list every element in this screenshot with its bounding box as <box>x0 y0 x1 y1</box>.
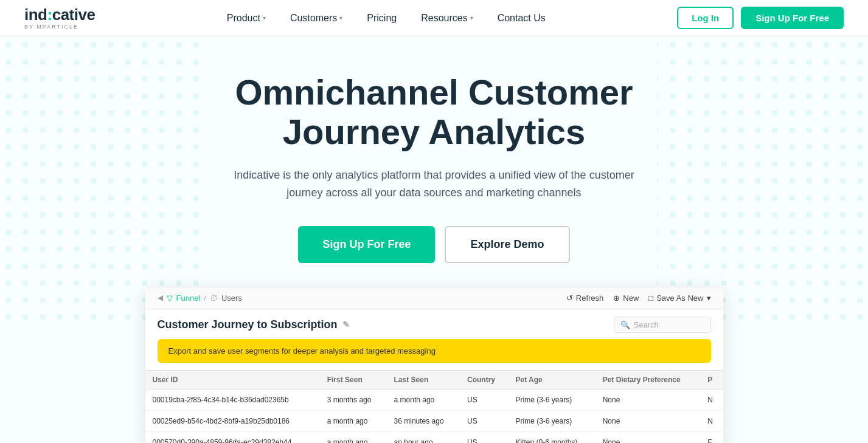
save-as-new-button[interactable]: □ Save As New ▾ <box>648 294 710 303</box>
logo-ind: ind <box>24 5 47 24</box>
save-icon: □ <box>648 294 653 303</box>
dashboard-title-row: Customer Journey to Subscription ✎ 🔍 Sea… <box>145 309 723 339</box>
nav-item-customers[interactable]: Customers ▾ <box>280 8 352 29</box>
nav-item-pricing[interactable]: Pricing <box>357 8 406 29</box>
cell-pet-diet: None <box>595 431 701 443</box>
hero-content: Omnichannel Customer Journey Analytics I… <box>227 73 641 263</box>
logo-subtitle: BY MPARTICLE <box>24 24 78 30</box>
hero-section: Omnichannel Customer Journey Analytics I… <box>0 36 868 443</box>
nav-signup-button[interactable]: Sign Up For Free <box>741 7 844 29</box>
cell-last-seen: an hour ago <box>387 431 460 443</box>
cell-last-seen: a month ago <box>387 389 460 410</box>
refresh-button[interactable]: ↺ Refresh <box>566 294 604 303</box>
col-header-pet-age: Pet Age <box>508 370 595 389</box>
cell-pet-diet: None <box>595 389 701 410</box>
dashboard-title: Customer Journey to Subscription ✎ <box>158 318 350 331</box>
chevron-down-icon: ▾ <box>339 15 342 21</box>
user-table: User ID First Seen Last Seen Country Pet… <box>145 370 723 444</box>
breadcrumb-separator: / <box>204 294 206 303</box>
cell-user-id: 000570d0-390a-4859-96da-ec29d382eb44 <box>145 431 320 443</box>
export-banner: Export and save user segments for deeper… <box>158 339 711 363</box>
svg-rect-2 <box>657 36 868 328</box>
plus-icon: ⊕ <box>613 294 620 303</box>
hero-buttons: Sign Up For Free Explore Demo <box>227 226 641 263</box>
nav-item-resources[interactable]: Resources ▾ <box>411 8 482 29</box>
search-input[interactable]: 🔍 Search <box>614 317 711 333</box>
nav-item-product[interactable]: Product ▾ <box>217 8 276 29</box>
logo-colon: : <box>47 5 52 24</box>
col-header-last-seen: Last Seen <box>387 370 460 389</box>
edit-icon[interactable]: ✎ <box>342 320 350 329</box>
cell-country: US <box>460 431 509 443</box>
search-placeholder: Search <box>634 320 659 329</box>
table-row[interactable]: 00019cba-2f85-4c34-b14c-b36dad02365b 3 m… <box>145 389 723 410</box>
cell-pet-diet: None <box>595 410 701 431</box>
cell-country: US <box>460 389 509 410</box>
col-header-p: P <box>700 370 723 389</box>
cell-user-id: 00025ed9-b54c-4bd2-8bf9-a19b25db0186 <box>145 410 320 431</box>
svg-rect-1 <box>0 36 207 328</box>
table-row[interactable]: 000570d0-390a-4859-96da-ec29d382eb44 a m… <box>145 431 723 443</box>
table-row[interactable]: 00025ed9-b54c-4bd2-8bf9-a19b25db0186 a m… <box>145 410 723 431</box>
dashboard-preview: ◀ ▽ Funnel / ⏱ Users ↺ Refresh ⊕ New □ S… <box>145 287 723 444</box>
col-header-user-id: User ID <box>145 370 320 389</box>
col-header-pet-diet: Pet Dietary Preference <box>595 370 701 389</box>
col-header-first-seen: First Seen <box>320 370 387 389</box>
hero-signup-button[interactable]: Sign Up For Free <box>298 226 435 263</box>
table-container: User ID First Seen Last Seen Country Pet… <box>145 370 723 444</box>
logo-ative: cative <box>52 5 95 24</box>
cell-pet-age: Prime (3-6 years) <box>508 389 595 410</box>
breadcrumb-users: Users <box>221 294 242 303</box>
cell-pet-age: Prime (3-6 years) <box>508 410 595 431</box>
search-icon: 🔍 <box>620 320 630 329</box>
dashboard-actions: ↺ Refresh ⊕ New □ Save As New ▾ <box>566 294 711 303</box>
chevron-down-icon: ▾ <box>470 15 473 21</box>
hero-title: Omnichannel Customer Journey Analytics <box>227 73 641 152</box>
login-button[interactable]: Log In <box>677 7 734 29</box>
logo[interactable]: ind:cative BY MPARTICLE <box>24 7 95 30</box>
cell-pet-age: Kitten (0-6 months) <box>508 431 595 443</box>
users-icon: ⏱ <box>210 294 218 303</box>
chevron-down-icon: ▾ <box>707 294 711 303</box>
table-header-row: User ID First Seen Last Seen Country Pet… <box>145 370 723 389</box>
hero-demo-button[interactable]: Explore Demo <box>445 226 569 263</box>
navbar: ind:cative BY MPARTICLE Product ▾ Custom… <box>0 0 868 36</box>
col-header-country: Country <box>460 370 509 389</box>
hero-subtitle: Indicative is the only analytics platfor… <box>227 167 641 202</box>
cell-p: N <box>700 410 723 431</box>
cell-last-seen: 36 minutes ago <box>387 410 460 431</box>
cell-p: N <box>700 389 723 410</box>
nav-item-contact[interactable]: Contact Us <box>488 8 555 29</box>
breadcrumb-funnel: Funnel <box>176 294 201 303</box>
breadcrumb-back-icon: ◀ <box>158 294 163 302</box>
cell-user-id: 00019cba-2f85-4c34-b14c-b36dad02365b <box>145 389 320 410</box>
breadcrumb: ◀ ▽ Funnel / ⏱ Users <box>158 294 242 303</box>
nav-links: Product ▾ Customers ▾ Pricing Resources … <box>217 8 555 29</box>
cell-p: F <box>700 431 723 443</box>
new-button[interactable]: ⊕ New <box>613 294 639 303</box>
funnel-icon: ▽ <box>167 294 173 303</box>
cell-first-seen: a month ago <box>320 431 387 443</box>
chevron-down-icon: ▾ <box>263 15 266 21</box>
refresh-icon: ↺ <box>566 294 573 303</box>
cell-first-seen: a month ago <box>320 410 387 431</box>
cell-country: US <box>460 410 509 431</box>
cell-first-seen: 3 months ago <box>320 389 387 410</box>
nav-actions: Log In Sign Up For Free <box>677 7 844 29</box>
dashboard-topbar: ◀ ▽ Funnel / ⏱ Users ↺ Refresh ⊕ New □ S… <box>145 287 723 309</box>
